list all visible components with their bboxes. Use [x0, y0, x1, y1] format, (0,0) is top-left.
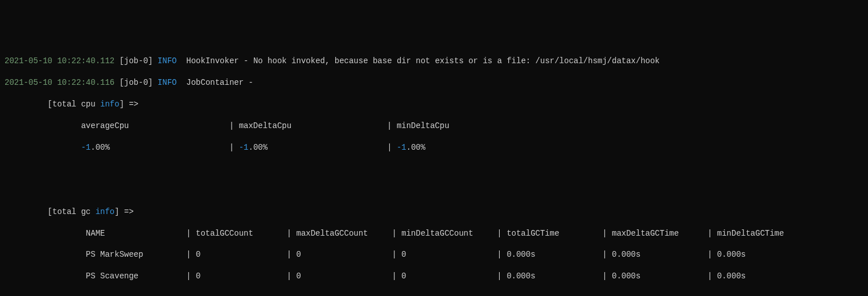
- logger-name: JobContainer: [186, 78, 244, 87]
- terminal-output: 2021-05-10 10:22:40.112 [job-0] INFO Hoo…: [5, 46, 863, 296]
- timestamp: 2021-05-10 10:22:40.112: [5, 56, 114, 65]
- log-level: INFO: [158, 78, 177, 87]
- cpu-columns: averageCpu | maxDeltaCpu | minDeltaCpu: [5, 121, 863, 131]
- neg-value: -1: [397, 143, 406, 152]
- gc-columns: NAME | totalGCCount | maxDeltaGCCount | …: [5, 228, 863, 239]
- neg-value: -1: [81, 143, 90, 152]
- message: -: [244, 78, 258, 87]
- log-level: INFO: [158, 56, 177, 65]
- blank-line: [5, 293, 863, 296]
- info-word: info: [96, 207, 115, 216]
- job-id: [job-0]: [120, 56, 153, 65]
- gc-row: PS MarkSweep | 0 | 0 | 0 | 0.000s | 0.00…: [5, 249, 863, 260]
- blank-line: [5, 185, 863, 196]
- gc-header: [total gc info] =>: [5, 207, 863, 217]
- gc-row: PS Scavenge | 0 | 0 | 0 | 0.000s | 0.000…: [5, 271, 863, 282]
- neg-value: -1: [239, 143, 249, 152]
- message: - No hook invoked, because base dir not …: [239, 56, 660, 65]
- info-word: info: [100, 100, 120, 109]
- job-id: [job-0]: [120, 78, 153, 87]
- log-line: 2021-05-10 10:22:40.112 [job-0] INFO Hoo…: [5, 56, 863, 67]
- cpu-header: [total cpu info] =>: [5, 99, 863, 110]
- blank-line: [5, 163, 863, 174]
- log-line: 2021-05-10 10:22:40.116 [job-0] INFO Job…: [5, 77, 863, 88]
- logger-name: HookInvoker: [186, 56, 238, 65]
- cpu-values: -1.00% | -1.00% | -1.00%: [5, 142, 863, 153]
- timestamp: 2021-05-10 10:22:40.116: [5, 78, 114, 87]
